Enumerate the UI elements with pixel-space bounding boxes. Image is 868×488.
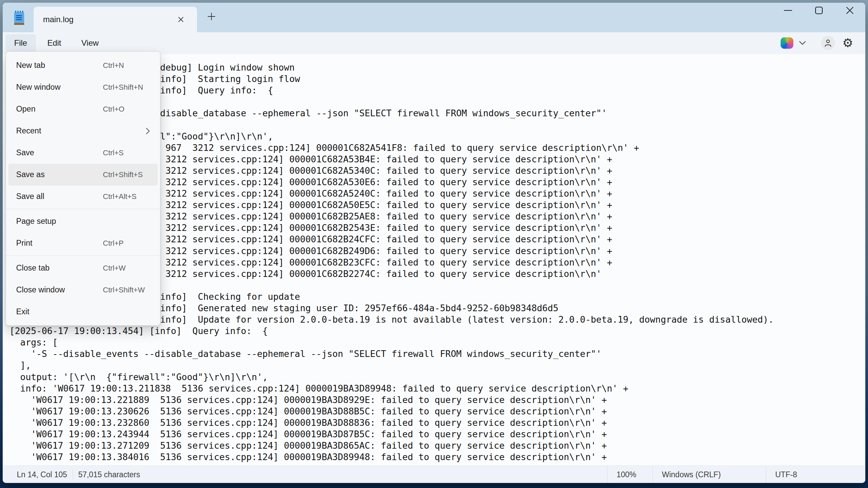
file-menu-item-save-as[interactable]: Save asCtrl+Shift+S bbox=[8, 164, 158, 186]
menu-view[interactable]: View bbox=[72, 34, 107, 52]
menu-item-shortcut: Ctrl+O bbox=[103, 105, 124, 113]
menu-item-label: Save bbox=[16, 148, 103, 157]
menu-item-shortcut: Ctrl+P bbox=[103, 239, 124, 248]
menu-item-shortcut: Ctrl+Shift+S bbox=[103, 170, 143, 179]
close-button[interactable] bbox=[834, 3, 865, 18]
file-menu-item-print[interactable]: PrintCtrl+P bbox=[8, 232, 158, 254]
plus-icon bbox=[207, 12, 216, 21]
notepad-app-icon bbox=[14, 11, 24, 26]
menubar-right: ⚙ bbox=[781, 32, 853, 54]
menu-item-label: Open bbox=[16, 104, 103, 113]
minimize-button[interactable] bbox=[773, 3, 803, 18]
file-menu: New tabCtrl+NNew windowCtrl+Shift+NOpenC… bbox=[6, 52, 160, 326]
menu-item-label: Print bbox=[16, 239, 103, 248]
maximize-button[interactable] bbox=[803, 3, 834, 18]
menu-item-shortcut: Ctrl+W bbox=[103, 264, 126, 272]
maximize-icon bbox=[815, 6, 823, 14]
status-cursor-position: Ln 14, Col 105 bbox=[17, 470, 67, 479]
gear-icon: ⚙ bbox=[842, 36, 853, 50]
menu-item-label: Save all bbox=[16, 192, 103, 201]
file-menu-item-close-tab[interactable]: Close tabCtrl+W bbox=[8, 257, 158, 279]
status-char-count: 57,015 characters bbox=[78, 470, 140, 479]
status-line-ending: Windows (CRLF) bbox=[652, 466, 721, 483]
titlebar[interactable]: main.log bbox=[3, 3, 865, 32]
tab-label: main.log bbox=[43, 7, 73, 32]
close-icon bbox=[178, 16, 184, 23]
settings-button[interactable]: ⚙ bbox=[842, 37, 853, 49]
file-menu-item-open[interactable]: OpenCtrl+O bbox=[8, 98, 158, 120]
file-menu-item-page-setup[interactable]: Page setup bbox=[8, 210, 158, 232]
status-encoding: UTF-8 bbox=[766, 466, 797, 483]
menu-item-shortcut: Ctrl+N bbox=[103, 61, 124, 70]
menu-item-label: Close window bbox=[16, 285, 103, 294]
new-tab-button[interactable] bbox=[204, 10, 219, 23]
minimize-icon bbox=[784, 10, 793, 11]
window-controls bbox=[773, 3, 865, 18]
menu-file[interactable]: File bbox=[5, 34, 36, 52]
menubar: FileEditView ⚙ bbox=[3, 32, 865, 54]
menu-item-label: New window bbox=[16, 83, 103, 92]
close-tab-button[interactable] bbox=[175, 14, 187, 25]
menu-item-shortcut: Ctrl+S bbox=[103, 149, 124, 157]
file-menu-item-close-window[interactable]: Close windowCtrl+Shift+W bbox=[8, 279, 158, 301]
statusbar: Ln 14, Col 105 57,015 characters 100%Win… bbox=[3, 465, 865, 483]
person-icon bbox=[824, 39, 832, 47]
file-menu-item-new-window[interactable]: New windowCtrl+Shift+N bbox=[8, 76, 158, 98]
menu-item-label: Save as bbox=[16, 170, 103, 179]
status-left: Ln 14, Col 105 57,015 characters bbox=[17, 466, 140, 483]
status-divider bbox=[72, 469, 73, 480]
file-menu-item-recent[interactable]: Recent bbox=[8, 120, 158, 142]
menu-separator bbox=[6, 209, 160, 209]
menu-separator bbox=[6, 255, 160, 256]
menu-item-label: New tab bbox=[16, 61, 103, 70]
menu-item-shortcut: Ctrl+Shift+W bbox=[103, 286, 145, 294]
menu-edit[interactable]: Edit bbox=[39, 34, 70, 52]
menu-item-shortcut: Ctrl+Shift+N bbox=[103, 83, 143, 92]
menubar-items: FileEditView bbox=[5, 34, 865, 52]
copilot-icon bbox=[781, 37, 794, 49]
menu-item-label: Close tab bbox=[16, 263, 103, 272]
menu-item-label: Exit bbox=[16, 307, 103, 316]
copilot-button[interactable] bbox=[781, 37, 806, 49]
chevron-right-icon bbox=[146, 127, 150, 135]
tab-main-log[interactable]: main.log bbox=[34, 7, 197, 32]
chevron-down-icon bbox=[799, 41, 806, 45]
account-button[interactable] bbox=[821, 36, 835, 50]
file-menu-item-new-tab[interactable]: New tabCtrl+N bbox=[8, 55, 158, 76]
menu-item-shortcut: Ctrl+Alt+S bbox=[103, 192, 136, 201]
menu-item-label: Page setup bbox=[16, 217, 103, 226]
menu-item-label: Recent bbox=[16, 126, 103, 135]
status-zoom: 100% bbox=[607, 466, 637, 483]
file-menu-item-save-all[interactable]: Save allCtrl+Alt+S bbox=[8, 186, 158, 207]
file-menu-item-save[interactable]: SaveCtrl+S bbox=[8, 142, 158, 164]
notepad-window: main.log bbox=[3, 3, 865, 483]
close-icon bbox=[845, 6, 854, 15]
file-menu-item-exit[interactable]: Exit bbox=[8, 301, 158, 323]
